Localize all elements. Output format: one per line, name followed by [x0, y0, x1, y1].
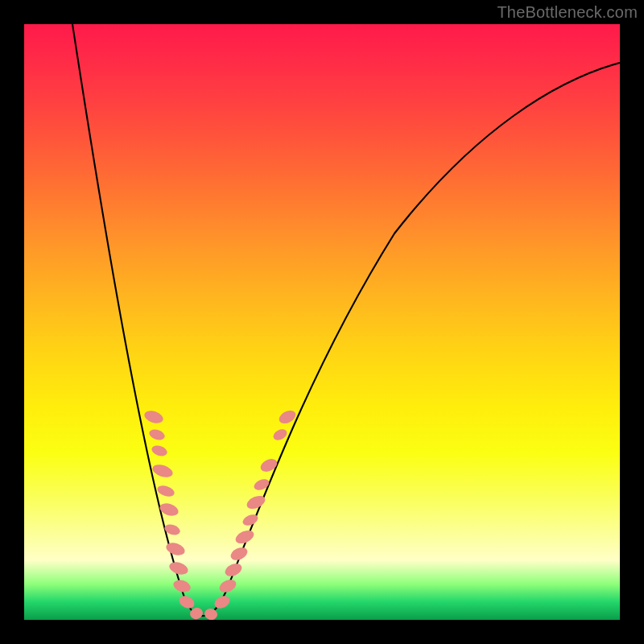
curve-svg [24, 24, 620, 620]
bead [156, 484, 176, 498]
bead [151, 462, 174, 479]
bead [223, 561, 244, 579]
bead [271, 427, 289, 442]
bead [217, 577, 238, 595]
bead [171, 578, 192, 594]
bead [142, 409, 164, 426]
bead [151, 444, 169, 458]
bead [167, 560, 189, 577]
bead [258, 456, 279, 474]
frame: TheBottleneck.com [0, 0, 644, 644]
bead [148, 427, 167, 442]
plot-area [24, 24, 620, 620]
v-curve [72, 24, 620, 616]
bead [252, 477, 270, 492]
beads-group [142, 408, 298, 620]
watermark-text: TheBottleneck.com [497, 3, 638, 22]
bead [177, 593, 196, 610]
